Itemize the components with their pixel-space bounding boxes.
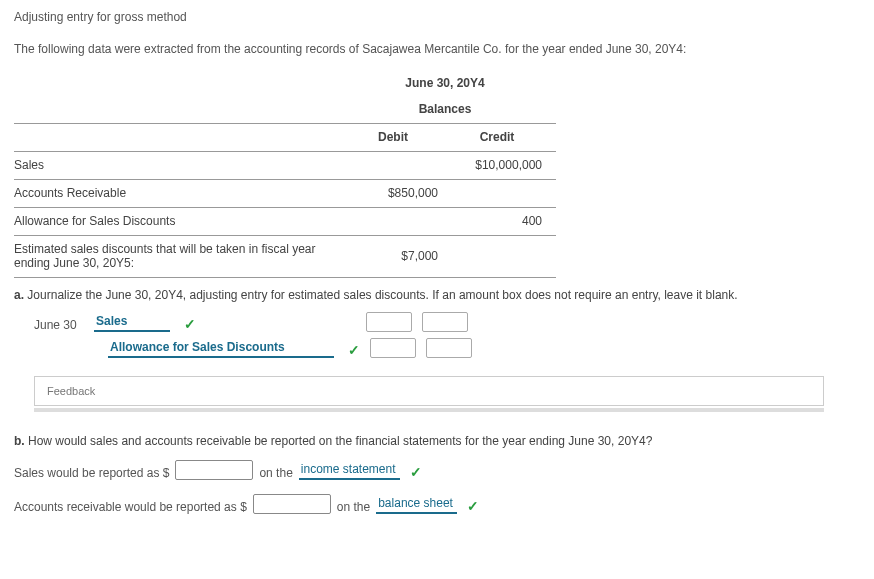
statement-dropdown-income[interactable]: income statement (299, 462, 400, 480)
row-credit (452, 180, 556, 207)
part-a-label: a. Journalize the June 30, 20Y4, adjusti… (14, 288, 860, 302)
sales-reported-pre: Sales would be reported as $ (14, 466, 169, 480)
statement-label: income statement (301, 462, 396, 476)
row-credit: 400 (452, 208, 556, 235)
row-label: Sales (14, 152, 348, 179)
row-debit: $850,000 (348, 180, 452, 207)
part-b-text: How would sales and accounts receivable … (28, 434, 652, 448)
debit-amount-input[interactable] (370, 338, 416, 358)
ar-reported-pre: Accounts receivable would be reported as… (14, 500, 247, 514)
feedback-panel: Feedback (34, 376, 824, 412)
table-row: Sales $10,000,000 (14, 152, 556, 179)
col-debit: Debit (348, 124, 452, 151)
ar-reported-mid: on the (337, 500, 370, 514)
account-dropdown-allowance[interactable]: Allowance for Sales Discounts (108, 340, 334, 358)
check-icon: ✓ (184, 316, 196, 332)
hdr-balances: Balances (348, 96, 556, 122)
row-label: Allowance for Sales Discounts (14, 208, 348, 235)
sales-reported-mid: on the (259, 466, 292, 480)
account-label: Allowance for Sales Discounts (110, 340, 285, 354)
feedback-toggle[interactable]: Feedback (34, 376, 824, 406)
check-icon: ✓ (410, 464, 422, 480)
part-b-label: b. How would sales and accounts receivab… (14, 434, 860, 448)
row-credit (452, 236, 556, 277)
row-credit: $10,000,000 (452, 152, 556, 179)
ar-amount-input[interactable] (253, 494, 331, 514)
part-b-prefix: b. (14, 434, 25, 448)
row-debit (348, 208, 452, 235)
debit-amount-input[interactable] (366, 312, 412, 332)
row-label: Accounts Receivable (14, 180, 348, 207)
credit-amount-input[interactable] (422, 312, 468, 332)
part-a-prefix: a. (14, 288, 24, 302)
col-credit: Credit (452, 124, 556, 151)
row-label: Estimated sales discounts that will be t… (14, 236, 348, 277)
check-icon: ✓ (467, 498, 479, 514)
account-dropdown-sales[interactable]: Sales (94, 314, 170, 332)
entry-date: June 30 (34, 318, 84, 332)
balances-table: June 30, 20Y4 Balances Debit Credit Sale… (14, 70, 556, 278)
intro-text: The following data were extracted from t… (14, 42, 860, 56)
hdr-date: June 30, 20Y4 (348, 70, 556, 96)
part-a-text: Journalize the June 30, 20Y4, adjusting … (27, 288, 737, 302)
page-title: Adjusting entry for gross method (14, 10, 860, 24)
account-label: Sales (96, 314, 127, 328)
statement-dropdown-balance[interactable]: balance sheet (376, 496, 457, 514)
row-debit: $7,000 (348, 236, 452, 277)
row-debit (348, 152, 452, 179)
table-row: Allowance for Sales Discounts 400 (14, 208, 556, 235)
check-icon: ✓ (348, 342, 360, 358)
sales-amount-input[interactable] (175, 460, 253, 480)
table-row: Estimated sales discounts that will be t… (14, 236, 556, 277)
statement-label: balance sheet (378, 496, 453, 510)
credit-amount-input[interactable] (426, 338, 472, 358)
table-row: Accounts Receivable $850,000 (14, 180, 556, 207)
